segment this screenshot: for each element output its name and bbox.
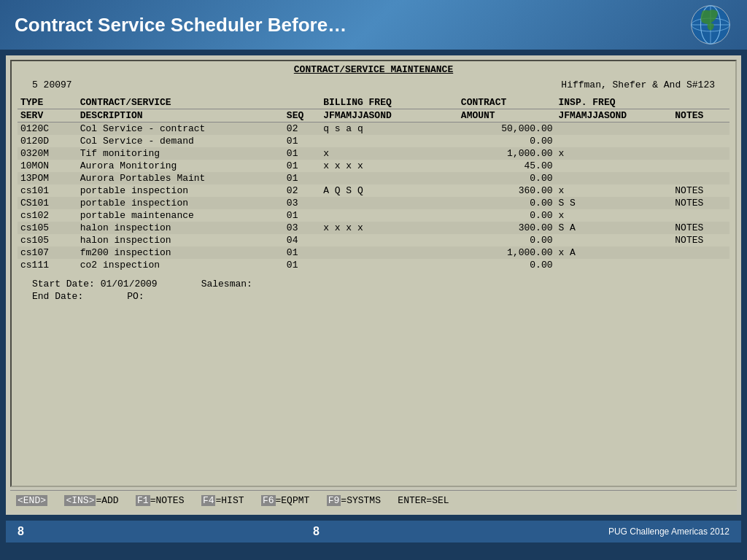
data-table: TYPE CONTRACT/SERVICE BILLING FREQ CONTR… — [18, 96, 729, 271]
terminal-commands: <END> <INS>=ADD F1=NOTES F4=HIST F6=EQPM… — [10, 490, 737, 510]
col-header-type: TYPE — [18, 96, 77, 109]
table-row[interactable]: CS101portable inspection030.00S SNOTES — [18, 197, 729, 209]
col-header-amount: AMOUNT — [458, 109, 556, 122]
end-key[interactable]: <END> — [16, 495, 47, 506]
terminal-id: 5 20097 — [32, 79, 72, 90]
table-header-row1: TYPE CONTRACT/SERVICE BILLING FREQ CONTR… — [18, 96, 729, 109]
brand-text: PUG Challenge Americas 2012 — [608, 526, 729, 537]
col-header-insp: INSP. FREQ — [556, 96, 673, 109]
col-header-desc: DESCRIPTION — [77, 109, 284, 122]
footer-row2: End Date: PO: — [32, 291, 715, 302]
terminal-customer: Hiffman, Shefer & And S#123 — [561, 79, 715, 90]
table-row[interactable]: cs105halon inspection03x x x x300.00S AN… — [18, 222, 729, 234]
enter-key: ENTER=SEL — [398, 495, 449, 506]
col-header-billing-freq: BILLING FREQ — [320, 96, 458, 109]
col-header-notes2: NOTES — [672, 109, 729, 122]
ins-key[interactable]: <INS> — [64, 495, 96, 506]
footer-row1: Start Date: 01/01/2009 Salesman: — [32, 279, 715, 289]
globe-icon — [689, 3, 732, 47]
col-header-jfmam1: JFMAMJJASOND — [320, 109, 458, 122]
table-row[interactable]: 10MONAurora Monitoring01x x x x45.00 — [18, 160, 729, 172]
col-header-seq: SEQ — [284, 109, 320, 122]
table-header-row2: SERV DESCRIPTION SEQ JFMAMJJASOND AMOUNT… — [18, 109, 729, 122]
table-body: 0120CCol Service - contract02q s a q50,0… — [18, 122, 729, 272]
table-row[interactable]: 0120DCol Service - demand010.00 — [18, 135, 729, 147]
col-header-service: CONTRACT/SERVICE — [77, 96, 284, 109]
f9-key[interactable]: F9 — [327, 495, 341, 506]
table-row[interactable]: cs105halon inspection040.00NOTES — [18, 234, 729, 246]
slide-page-number: 8 — [18, 525, 24, 538]
po-label: PO: — [127, 291, 144, 302]
start-date-label: Start Date: 01/01/2009 — [32, 279, 158, 289]
col-header-notes — [672, 96, 729, 109]
table-row[interactable]: cs111co2 inspection010.00 — [18, 259, 729, 271]
col-header-contract: CONTRACT — [458, 96, 556, 109]
f4-key[interactable]: F4 — [201, 495, 216, 506]
table-row[interactable]: cs107fm200 inspection011,000.00x A — [18, 246, 729, 259]
table-row[interactable]: 0120CCol Service - contract02q s a q50,0… — [18, 122, 729, 136]
table-row[interactable]: cs101portable inspection02A Q S Q360.00x… — [18, 184, 729, 197]
main-content: CONTRACT/SERVICE MAINTENANCE 5 20097 Hif… — [6, 55, 741, 515]
terminal-footer: Start Date: 01/01/2009 Salesman: End Dat… — [18, 279, 729, 302]
header-title: Contract Service Scheduler Before… — [15, 14, 347, 36]
table-row[interactable]: 0320MTif monitoring01x1,000.00x — [18, 147, 729, 160]
salesman-label: Salesman: — [201, 279, 252, 289]
f6-key[interactable]: F6 — [261, 495, 276, 506]
end-date-label: End Date: — [32, 291, 83, 302]
commands-text: <END> <INS>=ADD F1=NOTES F4=HIST F6=EQPM… — [16, 495, 449, 506]
terminal-screen: CONTRACT/SERVICE MAINTENANCE 5 20097 Hif… — [10, 60, 737, 487]
table-row[interactable]: 13POMAurora Portables Maint010.00 — [18, 172, 729, 184]
col-header-jfmam2: JFMAMJJASOND — [556, 109, 673, 122]
start-date-value: 01/01/2009 — [101, 279, 158, 289]
header-bar: Contract Service Scheduler Before… — [0, 0, 747, 50]
col-header-serv: SERV — [18, 109, 77, 122]
terminal-title: CONTRACT/SERVICE MAINTENANCE — [18, 64, 729, 75]
bottom-bar: 8 8 PUG Challenge Americas 2012 — [6, 521, 741, 542]
terminal-info-row: 5 20097 Hiffman, Shefer & And S#123 — [18, 79, 729, 90]
center-page-number: 8 — [313, 525, 320, 538]
f1-key[interactable]: F1 — [136, 495, 150, 506]
col-header-billing — [284, 96, 320, 109]
table-row[interactable]: cs102portable maintenance010.00x — [18, 209, 729, 222]
